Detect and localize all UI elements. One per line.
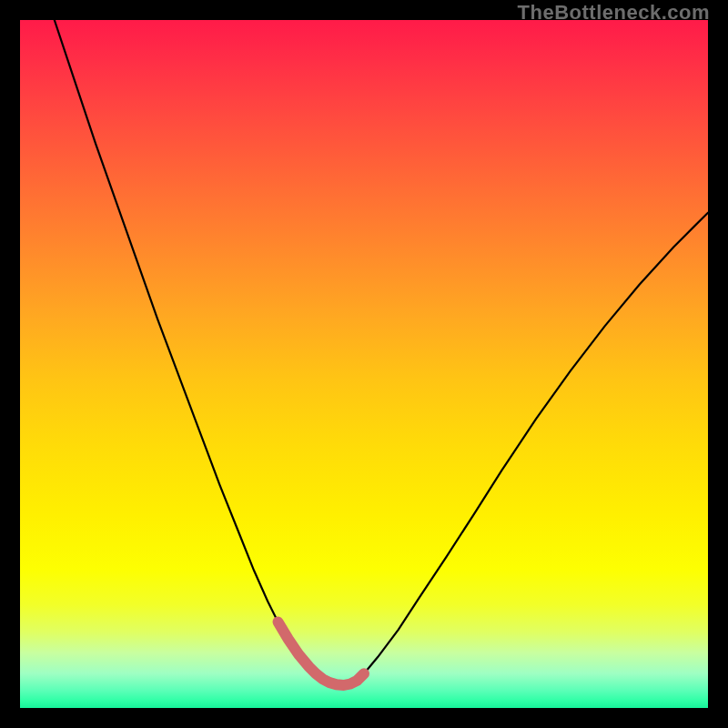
highlight-segment xyxy=(278,622,365,686)
plot-area xyxy=(20,20,708,708)
bottleneck-curve xyxy=(55,20,708,685)
chart-frame: TheBottleneck.com xyxy=(0,0,728,728)
curve-svg xyxy=(20,20,708,708)
